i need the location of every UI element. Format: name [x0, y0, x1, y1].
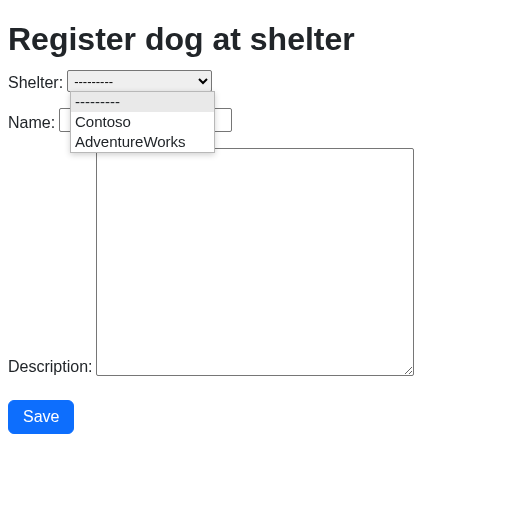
name-label: Name: [8, 114, 55, 132]
description-row: Description: [8, 148, 509, 376]
shelter-dropdown-item-contoso[interactable]: Contoso [71, 112, 214, 132]
shelter-dropdown-item-adventureworks[interactable]: AdventureWorks [71, 132, 214, 152]
shelter-dropdown-list: --------- Contoso AdventureWorks [70, 91, 215, 153]
description-textarea[interactable] [96, 148, 414, 376]
shelter-select[interactable]: --------- Contoso AdventureWorks [67, 70, 212, 92]
shelter-label: Shelter: [8, 74, 63, 92]
description-label: Description: [8, 358, 92, 376]
save-button[interactable]: Save [8, 400, 74, 434]
page-title: Register dog at shelter [8, 20, 509, 58]
shelter-dropdown-item-blank[interactable]: --------- [71, 92, 214, 112]
shelter-row: Shelter: --------- Contoso AdventureWork… [8, 70, 509, 92]
